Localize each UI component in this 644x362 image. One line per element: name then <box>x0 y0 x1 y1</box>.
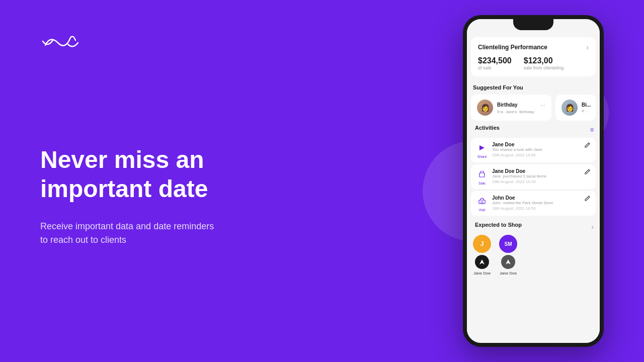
visit-name: John Doe <box>492 195 580 201</box>
visit-body: John Doe John visited the Park Street St… <box>492 195 580 211</box>
activity-sale: Sale Jane Doe Doe Jane purchased 2 sacai… <box>471 164 596 189</box>
second-avatar: 👩 <box>561 100 578 116</box>
birthday-card-title-row: Birthday ··· <box>497 102 545 109</box>
phone-frame: Clienteling Performance › $234,500 of sa… <box>463 15 604 347</box>
share-desc: You shared a look with Jane <box>492 147 580 152</box>
second-card-title: Bi... <box>582 102 591 108</box>
sale-icon-wrap: Sale <box>476 168 488 185</box>
sale-label: of sale <box>478 65 512 70</box>
suggested-title: Suggested For You <box>471 84 596 90</box>
subtext: Receive important data and date reminder… <box>40 220 262 247</box>
activities-header: Activities ≡ <box>471 125 596 135</box>
share-edit-icon[interactable] <box>584 142 591 149</box>
perf-title: Clienteling Performance <box>478 44 547 51</box>
birthday-card-info: Birthday ··· It is Jane's Birthday <box>497 102 545 114</box>
clienteling-metric: $123,00 sale from clienteling <box>524 56 564 70</box>
svg-rect-1 <box>479 173 485 177</box>
share-icon-wrap: Share <box>476 142 488 158</box>
clienteling-value: $123,00 <box>524 56 564 65</box>
sale-time: 29th August, 2022 10:20 <box>492 179 580 184</box>
perf-chevron[interactable]: › <box>586 43 589 51</box>
sale-desc: Jane purchased 2 sacai items <box>492 174 580 178</box>
client1-nav-btn[interactable] <box>475 255 489 269</box>
activity-visit: Visit John Doe John visited the Park Str… <box>471 191 596 216</box>
visit-time: 28th August, 2022 16:56 <box>492 206 580 211</box>
client2-name: Jane Doe <box>500 271 517 276</box>
suggested-section: Suggested For You 👩 Birthday ··· It is J… <box>467 80 600 121</box>
birthday-card-dots[interactable]: ··· <box>540 102 545 109</box>
visit-icon <box>476 195 488 207</box>
share-body: Jane Doe You shared a look with Jane 29t… <box>492 142 580 157</box>
filter-icon[interactable]: ≡ <box>590 126 594 133</box>
second-card-sub: It ... <box>582 109 591 113</box>
client1-name: Jane Doe <box>473 271 491 276</box>
sale-label: Sale <box>478 182 486 185</box>
second-card-info: Bi... It ... <box>582 102 591 113</box>
activities-title: Activities <box>473 125 500 131</box>
birthday-card-sub: It is Jane's Birthday <box>497 110 545 114</box>
visit-label: Visit <box>478 208 485 212</box>
birthday-avatar-img: 👩 <box>477 100 493 116</box>
birthday-avatar: 👩 <box>477 100 493 116</box>
perf-metrics: $234,500 of sale $123,00 sale from clien… <box>478 56 589 70</box>
expected-client-1: J Jane Doe <box>473 235 491 276</box>
sale-metric: $234,500 of sale <box>478 56 512 70</box>
expected-section: Expected to Shop › J Jane Doe <box>467 218 600 276</box>
expected-header: Expected to Shop › <box>471 222 596 232</box>
suggested-scroll: 👩 Birthday ··· It is Jane's Birthday <box>471 95 596 121</box>
client2-avatar: SM <box>499 235 517 253</box>
phone-content: Clienteling Performance › $234,500 of sa… <box>467 19 600 343</box>
expected-clients: J Jane Doe SM <box>471 235 596 276</box>
left-content: Never miss an important date Receive imp… <box>0 0 302 362</box>
svg-marker-4 <box>479 259 485 264</box>
sale-body: Jane Doe Doe Jane purchased 2 sacai item… <box>492 168 580 184</box>
client1-avatar: J <box>473 235 491 253</box>
activity-share: Share Jane Doe You shared a look with Ja… <box>471 138 596 162</box>
expected-client-2: SM Jane Doe <box>499 235 517 276</box>
sale-icon <box>476 168 488 180</box>
share-icon <box>476 142 488 154</box>
visit-icon-wrap: Visit <box>476 195 488 212</box>
clienteling-label: sale from clienteling <box>524 65 564 70</box>
svg-rect-3 <box>481 202 483 204</box>
sale-value: $234,500 <box>478 56 512 65</box>
client2-nav-btn[interactable] <box>501 255 515 269</box>
suggested-card-second[interactable]: 👩 Bi... It ... <box>555 95 596 121</box>
phone-mockup: Clienteling Performance › $234,500 of sa… <box>463 15 604 347</box>
perf-section: Clienteling Performance › $234,500 of sa… <box>471 37 596 76</box>
expected-chevron[interactable]: › <box>591 223 594 231</box>
perf-header: Clienteling Performance › <box>478 43 589 51</box>
sale-name: Jane Doe Doe <box>492 168 580 174</box>
suggested-card-birthday[interactable]: 👩 Birthday ··· It is Jane's Birthday <box>471 95 551 121</box>
visit-desc: John visited the Park Street Store <box>492 201 580 205</box>
second-avatar-img: 👩 <box>561 100 578 116</box>
birthday-card-title: Birthday <box>497 102 518 108</box>
share-name: Jane Doe <box>492 142 580 147</box>
headline: Never miss an important date <box>40 145 262 203</box>
svg-marker-5 <box>506 259 511 264</box>
visit-edit-icon[interactable] <box>584 195 591 203</box>
phone-notch <box>513 19 553 30</box>
svg-marker-0 <box>479 145 485 150</box>
share-label: Share <box>477 155 487 158</box>
expected-title: Expected to Shop <box>473 222 522 228</box>
sale-edit-icon[interactable] <box>584 168 591 176</box>
activities-section: Activities ≡ Share Jane Doe <box>467 121 600 216</box>
share-time: 29th August, 2022 16:56 <box>492 153 580 157</box>
